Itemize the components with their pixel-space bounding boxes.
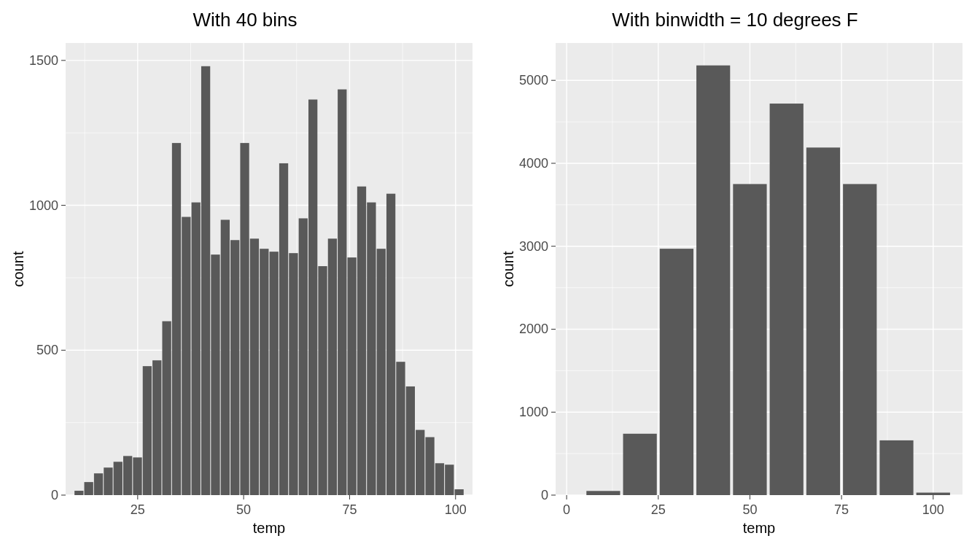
histogram-bar (74, 491, 83, 495)
plot-title-left: With 40 bins (7, 9, 483, 31)
histogram-bar (367, 203, 376, 495)
histogram-bar (770, 104, 804, 495)
x-axis-title: temp (253, 520, 285, 536)
panel-right: With binwidth = 10 degrees F 02550751000… (490, 0, 980, 560)
plot-title-right: With binwidth = 10 degrees F (497, 9, 973, 31)
histogram-bar (270, 252, 279, 495)
figure-row: With 40 bins 255075100050010001500tempco… (0, 0, 980, 560)
histogram-bar (201, 66, 210, 495)
histogram-bar (318, 266, 327, 495)
histogram-bar (406, 386, 415, 495)
y-tick-label: 5000 (519, 73, 548, 88)
y-tick-label: 1000 (29, 198, 58, 213)
histogram-bar (843, 184, 876, 495)
histogram-bar (133, 457, 141, 495)
histogram-bar (192, 203, 201, 495)
histogram-binwidth-10: 0255075100010002000300040005000tempcount (497, 36, 973, 546)
y-tick-label: 1500 (29, 53, 58, 68)
x-tick-label: 25 (131, 502, 145, 517)
plot-left: 255075100050010001500tempcount (7, 36, 483, 554)
histogram-bar (172, 143, 181, 495)
histogram-bar (347, 257, 356, 495)
histogram-bar (260, 249, 268, 495)
x-axis-title: temp (743, 520, 775, 536)
histogram-bar (221, 219, 230, 495)
histogram-bar (211, 254, 219, 495)
histogram-bar (182, 217, 190, 495)
histogram-bar (114, 462, 122, 495)
histogram-bar (623, 434, 656, 495)
panel-left: With 40 bins 255075100050010001500tempco… (0, 0, 490, 560)
x-tick-label: 0 (563, 502, 570, 517)
histogram-bar (455, 489, 464, 495)
y-axis-title: count (10, 251, 26, 287)
y-tick-label: 1000 (519, 405, 548, 419)
histogram-bar (230, 240, 239, 495)
histogram-bar (250, 238, 259, 495)
histogram-bar (143, 366, 152, 495)
histogram-bar (416, 430, 424, 495)
y-tick-label: 3000 (519, 239, 548, 254)
x-tick-label: 100 (445, 502, 467, 517)
histogram-bar (94, 473, 103, 495)
histogram-bar (425, 438, 434, 495)
histogram-bar (586, 491, 620, 495)
histogram-bar (806, 147, 840, 495)
histogram-bar (879, 440, 913, 495)
histogram-bar (328, 238, 337, 495)
histogram-bar (123, 456, 132, 495)
histogram-bar (289, 253, 298, 495)
y-tick-label: 2000 (519, 322, 548, 336)
histogram-bar (435, 463, 444, 495)
histogram-bar (85, 482, 93, 495)
x-tick-label: 25 (651, 502, 666, 517)
histogram-40-bins: 255075100050010001500tempcount (7, 36, 483, 546)
histogram-bar (917, 493, 950, 495)
x-tick-label: 100 (922, 502, 944, 517)
x-tick-label: 75 (834, 502, 849, 517)
histogram-bar (377, 249, 386, 495)
histogram-bar (396, 362, 405, 495)
x-tick-label: 50 (742, 502, 757, 517)
histogram-bar (660, 249, 693, 495)
histogram-bar (104, 467, 112, 495)
histogram-bar (338, 90, 346, 495)
plot-right: 0255075100010002000300040005000tempcount (497, 36, 973, 554)
y-tick-label: 0 (51, 488, 58, 502)
y-axis-title: count (500, 251, 516, 287)
histogram-bar (152, 360, 161, 495)
y-tick-label: 0 (541, 488, 548, 502)
y-tick-label: 500 (36, 343, 58, 357)
histogram-bar (733, 184, 766, 495)
histogram-bar (696, 66, 730, 495)
histogram-bar (357, 187, 366, 495)
histogram-bar (299, 218, 308, 495)
histogram-bar (308, 100, 317, 496)
histogram-bar (279, 163, 288, 495)
histogram-bar (240, 143, 249, 495)
histogram-bar (445, 464, 454, 495)
histogram-bar (386, 194, 395, 495)
x-tick-label: 50 (236, 502, 251, 517)
y-tick-label: 4000 (519, 156, 548, 171)
x-tick-label: 75 (342, 502, 357, 517)
histogram-bar (162, 322, 171, 495)
